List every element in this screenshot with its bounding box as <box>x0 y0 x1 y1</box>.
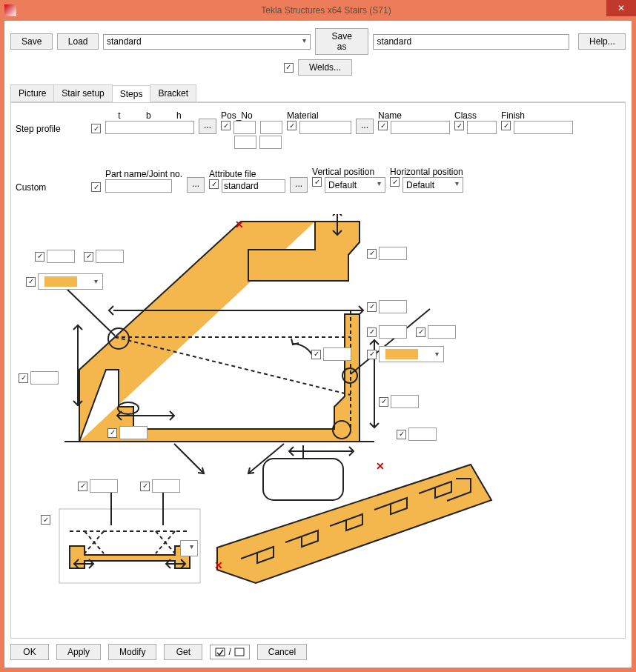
redx-1: ✕ <box>235 219 244 230</box>
param-r-1-check[interactable]: ✓ <box>367 249 377 259</box>
param-r-4-input[interactable] <box>391 395 419 408</box>
step-profile-input[interactable] <box>105 121 194 134</box>
class-check[interactable]: ✓ <box>454 121 464 130</box>
param-bl-3: ✓ <box>41 515 50 525</box>
posno-input-2[interactable] <box>260 121 282 134</box>
apply-button[interactable]: Apply <box>56 644 101 660</box>
param-bl-1-input[interactable] <box>90 479 118 493</box>
client-area: Save Load Save as Help... ✓ Welds... Pic… <box>4 21 632 668</box>
name-input[interactable] <box>391 121 450 134</box>
param-ul-1-check[interactable]: ✓ <box>35 252 44 262</box>
param-r-4-check[interactable]: ✓ <box>379 397 388 407</box>
hpos-select[interactable] <box>403 177 463 193</box>
step-profile-label: Step profile <box>16 113 87 134</box>
tab-stair-setup[interactable]: Stair setup <box>53 84 112 102</box>
svg-line-13 <box>351 309 430 374</box>
app-icon <box>4 4 16 16</box>
attrfile-check[interactable]: ✓ <box>209 179 219 189</box>
class-input[interactable] <box>467 121 497 134</box>
param-r-3-input[interactable] <box>379 325 407 339</box>
param-l-2-check[interactable]: ✓ <box>107 428 117 438</box>
tab-bracket[interactable]: Bracket <box>150 84 196 102</box>
tab-picture[interactable]: Picture <box>10 84 54 102</box>
bottom-toolbar: OK Apply Modify Get / Cancel <box>10 644 626 660</box>
param-bl-combo-sel[interactable] <box>180 540 198 556</box>
close-button[interactable]: ✕ <box>606 0 636 16</box>
partname-browse[interactable]: ... <box>187 177 205 193</box>
window-title: Tekla Structures x64 Stairs (S71) <box>16 5 636 16</box>
attrfile-input[interactable] <box>222 179 285 193</box>
param-ul-2-check[interactable]: ✓ <box>84 252 93 262</box>
cancel-button[interactable]: Cancel <box>257 644 307 660</box>
param-ang: ✓ <box>311 347 351 361</box>
param-bl-combo <box>180 540 198 556</box>
modify-button[interactable]: Modify <box>108 644 156 660</box>
param-r-1-input[interactable] <box>379 247 407 260</box>
param-bl-2-input[interactable] <box>152 479 180 493</box>
param-r-2-input[interactable] <box>379 300 407 313</box>
param-r-3-check[interactable]: ✓ <box>367 327 377 337</box>
vpos-select[interactable] <box>325 177 385 193</box>
save-as-input[interactable] <box>373 34 569 50</box>
param-l-1-check[interactable]: ✓ <box>19 373 28 383</box>
tabs: Picture Stair setup Steps Bracket <box>10 84 626 102</box>
param-r-5-input[interactable] <box>408 428 437 441</box>
param-r-2-check[interactable]: ✓ <box>367 302 377 312</box>
param-r-3b-input[interactable] <box>428 325 456 339</box>
t-label: t <box>118 110 120 121</box>
param-ang-check[interactable]: ✓ <box>311 350 321 359</box>
partname-input[interactable] <box>105 179 172 193</box>
preset-select[interactable] <box>103 34 311 50</box>
vpos-check[interactable]: ✓ <box>312 177 322 187</box>
name-check[interactable]: ✓ <box>378 121 388 130</box>
param-bl-2-check[interactable]: ✓ <box>140 482 150 491</box>
posno-input-3[interactable] <box>234 136 256 149</box>
param-l-1-input[interactable] <box>30 371 59 385</box>
welds-button[interactable]: Welds... <box>298 59 352 76</box>
param-ul-2-input[interactable] <box>96 250 124 263</box>
posno-check[interactable]: ✓ <box>221 121 231 130</box>
material-browse[interactable]: ... <box>356 119 374 134</box>
attrfile-label: Attribute file <box>209 169 285 179</box>
help-button[interactable]: Help... <box>578 33 626 50</box>
top-toolbar: Save Load Save as Help... <box>4 21 632 58</box>
filter-on-icon <box>215 648 225 656</box>
param-ul-1-input[interactable] <box>47 250 75 263</box>
save-button[interactable]: Save <box>10 33 53 50</box>
param-color-1: ✓ <box>26 273 103 290</box>
param-bl-1-check[interactable]: ✓ <box>78 482 87 491</box>
finish-check[interactable]: ✓ <box>501 121 511 130</box>
load-button[interactable]: Load <box>57 33 99 50</box>
partname-label: Part name/Joint no. <box>105 169 182 179</box>
custom-check[interactable]: ✓ <box>91 182 101 192</box>
finish-input[interactable] <box>514 121 573 134</box>
get-button[interactable]: Get <box>164 644 202 660</box>
name-label: Name <box>378 110 450 121</box>
param-ang-input[interactable] <box>323 347 351 361</box>
param-r-5-check[interactable]: ✓ <box>397 430 406 439</box>
param-color-2-combo[interactable] <box>379 346 444 362</box>
preset-select-wrap <box>103 34 311 50</box>
param-r-3b-check[interactable]: ✓ <box>416 327 425 337</box>
step-profile-check[interactable]: ✓ <box>91 124 101 133</box>
material-label: Material <box>287 110 351 121</box>
material-check[interactable]: ✓ <box>287 121 297 130</box>
class-label: Class <box>454 110 497 121</box>
param-color-2-check[interactable]: ✓ <box>367 350 377 359</box>
welds-check[interactable]: ✓ <box>284 63 294 73</box>
attrfile-browse[interactable]: ... <box>290 177 308 193</box>
param-color-2: ✓ <box>367 346 444 362</box>
material-input[interactable] <box>299 121 351 134</box>
filter-toggle[interactable]: / <box>210 645 249 659</box>
save-as-button[interactable]: Save as <box>315 28 368 55</box>
param-l-2-input[interactable] <box>119 426 148 439</box>
param-color-1-combo[interactable] <box>38 273 103 290</box>
param-bl-3-check[interactable]: ✓ <box>41 515 50 525</box>
posno-input-1[interactable] <box>233 121 256 134</box>
tab-steps[interactable]: Steps <box>112 85 151 102</box>
hpos-check[interactable]: ✓ <box>390 177 400 187</box>
step-profile-browse[interactable]: ... <box>199 119 216 134</box>
ok-button[interactable]: OK <box>10 644 49 660</box>
posno-input-4[interactable] <box>259 136 282 149</box>
param-color-1-check[interactable]: ✓ <box>26 277 36 287</box>
